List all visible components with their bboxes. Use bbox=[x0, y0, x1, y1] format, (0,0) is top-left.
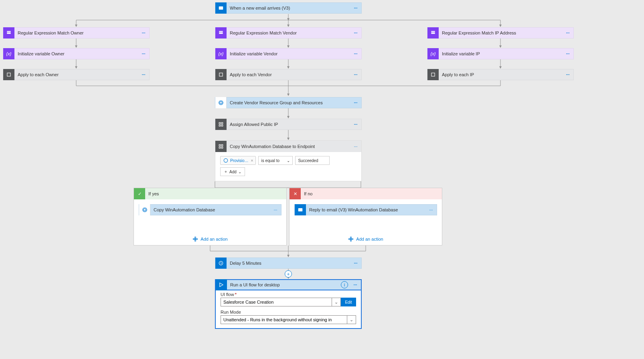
menu-icon[interactable]: ··· bbox=[350, 2, 361, 14]
svg-rect-17 bbox=[221, 144, 223, 146]
loop-icon bbox=[427, 69, 439, 80]
regex-owner[interactable]: Regular Expression Match Owner ··· bbox=[3, 27, 150, 39]
edit-button[interactable]: Edit bbox=[341, 298, 356, 306]
close-icon: ✕ bbox=[290, 188, 301, 199]
init-var-owner[interactable]: {x} Initialize variable Owner ··· bbox=[3, 48, 150, 59]
svg-rect-7 bbox=[431, 32, 435, 34]
svg-rect-9 bbox=[431, 73, 435, 76]
svg-rect-12 bbox=[219, 122, 221, 124]
condition-value[interactable]: Succeeded bbox=[295, 156, 330, 165]
menu-icon[interactable]: ··· bbox=[425, 204, 437, 215]
svg-rect-3 bbox=[7, 73, 10, 76]
svg-rect-14 bbox=[219, 125, 221, 126]
condition-title: Copy WinAutomation Database to Endpoint bbox=[227, 144, 350, 149]
reply-email-winautomation[interactable]: Reply to email (V3) WinAutomation Databa… bbox=[294, 204, 437, 215]
menu-icon[interactable]: ··· bbox=[270, 204, 281, 215]
menu-icon[interactable]: ··· bbox=[138, 69, 149, 80]
svg-rect-6 bbox=[219, 73, 223, 76]
svg-point-22 bbox=[142, 208, 147, 212]
if-yes-branch: ✓ If yes Copy WinAutomation Database ···… bbox=[134, 188, 287, 245]
regex-icon bbox=[215, 27, 227, 39]
svg-rect-5 bbox=[219, 31, 223, 32]
menu-icon[interactable]: ··· bbox=[562, 69, 573, 80]
svg-rect-18 bbox=[219, 147, 221, 148]
svg-rect-8 bbox=[431, 31, 435, 32]
insert-step-button[interactable]: ＋ bbox=[285, 270, 292, 278]
run-ui-flow-desktop[interactable]: Run a UI flow for desktop i ··· bbox=[215, 279, 362, 290]
foreach-vendor[interactable]: Apply to each Vendor ··· bbox=[215, 69, 362, 80]
regex-icon bbox=[3, 27, 14, 39]
run-mode-select[interactable] bbox=[221, 315, 347, 324]
variable-icon: {x} bbox=[215, 48, 227, 59]
menu-icon[interactable]: ··· bbox=[350, 144, 361, 149]
regex-icon bbox=[427, 27, 439, 39]
ui-flow-icon bbox=[216, 279, 227, 290]
svg-rect-4 bbox=[219, 32, 223, 34]
condition-operator[interactable]: is equal to⌄ bbox=[258, 156, 293, 165]
ui-flow-input[interactable] bbox=[221, 298, 332, 306]
chevron-down-icon[interactable]: ⌄ bbox=[347, 315, 356, 324]
add-action-icon bbox=[192, 236, 198, 242]
svg-rect-15 bbox=[221, 125, 223, 126]
loop-icon bbox=[215, 69, 227, 80]
svg-rect-23 bbox=[193, 239, 198, 239]
menu-icon[interactable]: ··· bbox=[350, 69, 361, 80]
chevron-down-icon: ⌄ bbox=[287, 158, 290, 163]
if-yes-label: If yes bbox=[145, 191, 162, 196]
add-action-yes[interactable]: Add an action bbox=[134, 232, 286, 247]
azure-arm-icon bbox=[139, 204, 150, 215]
trigger-label: When a new email arrives (V3) bbox=[227, 6, 350, 10]
menu-icon[interactable]: ··· bbox=[562, 48, 573, 59]
scope-icon bbox=[215, 119, 227, 130]
clock-icon bbox=[215, 258, 227, 269]
delay-5-minutes[interactable]: Delay 5 Minutes ··· bbox=[215, 258, 362, 269]
add-condition-button[interactable]: ＋ Add ⌄ bbox=[220, 167, 245, 176]
run-mode-label: Run Mode bbox=[221, 310, 356, 314]
create-resource-group[interactable]: Create Vendor Resource Group and Resourc… bbox=[215, 97, 362, 108]
condition-token[interactable]: Provisio…× bbox=[220, 156, 256, 165]
chevron-down-icon[interactable]: ⌄ bbox=[332, 298, 341, 306]
menu-icon[interactable]: ··· bbox=[350, 48, 361, 59]
menu-icon[interactable]: ··· bbox=[562, 27, 573, 39]
menu-icon[interactable]: ··· bbox=[350, 279, 361, 290]
svg-rect-25 bbox=[298, 208, 303, 211]
variable-icon: {x} bbox=[427, 48, 439, 59]
svg-rect-1 bbox=[7, 32, 10, 34]
assign-public-ip[interactable]: Assign Allowed Public IP ··· bbox=[215, 119, 362, 130]
scope-icon bbox=[215, 141, 227, 152]
outlook-icon bbox=[215, 2, 227, 14]
svg-point-20 bbox=[224, 158, 227, 162]
menu-icon[interactable]: ··· bbox=[350, 119, 361, 130]
add-action-icon bbox=[348, 236, 354, 242]
menu-icon[interactable]: ··· bbox=[350, 97, 361, 108]
remove-token-icon[interactable]: × bbox=[251, 158, 253, 163]
outlook-icon bbox=[295, 204, 306, 215]
foreach-owner[interactable]: Apply to each Owner ··· bbox=[3, 69, 150, 80]
init-var-ip[interactable]: {x} Initialize variable IP ··· bbox=[427, 48, 574, 59]
init-var-vendor[interactable]: {x} Initialize variable Vendor ··· bbox=[215, 48, 362, 59]
if-no-label: If no bbox=[301, 191, 316, 196]
menu-icon[interactable]: ··· bbox=[138, 27, 149, 39]
info-icon[interactable]: i bbox=[341, 281, 348, 288]
menu-icon[interactable]: ··· bbox=[138, 48, 149, 59]
loop-icon bbox=[3, 69, 14, 80]
foreach-ip[interactable]: Apply to each IP ··· bbox=[427, 69, 574, 80]
ui-flow-label: UI flow bbox=[221, 292, 356, 297]
condition-card: Copy WinAutomation Database to Endpoint … bbox=[215, 140, 362, 181]
menu-icon[interactable]: ··· bbox=[350, 258, 361, 269]
copy-winautomation-db[interactable]: Copy WinAutomation Database ··· bbox=[139, 204, 281, 215]
regex-ip[interactable]: Regular Expression Match IP Address ··· bbox=[427, 27, 574, 39]
menu-icon[interactable]: ··· bbox=[350, 27, 361, 39]
ui-flow-params: UI flow ⌄ Edit Run Mode ⌄ bbox=[215, 290, 362, 329]
svg-rect-24 bbox=[195, 237, 196, 241]
svg-rect-2 bbox=[7, 31, 10, 32]
azure-arm-icon bbox=[215, 97, 227, 108]
check-icon: ✓ bbox=[134, 188, 145, 199]
svg-point-21 bbox=[144, 209, 146, 211]
trigger-email[interactable]: When a new email arrives (V3) ··· bbox=[215, 2, 362, 14]
add-action-no[interactable]: Add an action bbox=[290, 232, 442, 247]
svg-point-11 bbox=[219, 101, 223, 105]
regex-vendor[interactable]: Regular Expression Match Vendor ··· bbox=[215, 27, 362, 39]
svg-rect-26 bbox=[349, 239, 353, 239]
svg-rect-13 bbox=[221, 122, 223, 124]
